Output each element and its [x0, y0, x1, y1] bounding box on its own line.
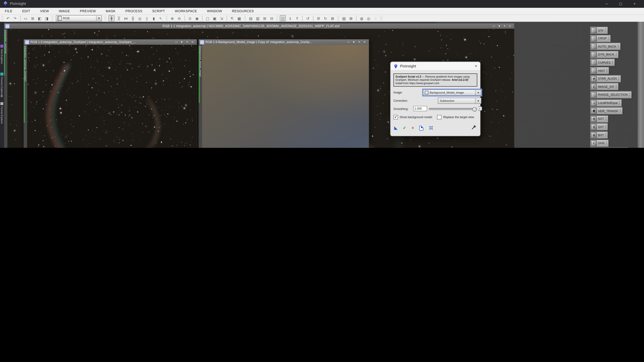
duplicate-window-icon[interactable]: ◨ — [44, 15, 49, 21]
drag-handle[interactable] — [1, 15, 3, 21]
zoom-out-icon[interactable]: ⊖ — [176, 15, 182, 21]
minimize-button[interactable]: ─ — [174, 39, 179, 45]
shade-button[interactable]: ▾ — [496, 23, 502, 29]
sidebar-item-format-explorer[interactable]: Format Explorer — [0, 102, 3, 124]
chevron-down-icon[interactable]: ▼ — [475, 90, 481, 95]
image-window-background-model[interactable]: RGB 1:3 Background_Model_image | Copy of… — [198, 39, 369, 148]
minimize-button[interactable]: ─ — [346, 39, 351, 45]
process-icon-dyn_back[interactable]: DYN_BACKND — [590, 51, 618, 58]
menu-item-mask[interactable]: MASK — [101, 9, 120, 13]
contract-mode-icon[interactable]: ⋈ — [123, 15, 129, 21]
process-icon-hdr_transf[interactable]: ▣HDR_TRANSFND — [590, 107, 622, 115]
expand-mode-icon[interactable]: ╳ — [116, 15, 122, 21]
channel-selector[interactable]: RGB▼ — [56, 15, 102, 21]
process-icon-sxt[interactable]: SSXTND — [590, 123, 608, 131]
delete-preview-icon[interactable]: ⇲ — [219, 15, 224, 21]
window-titlebar[interactable]: RGB 1:1 integration_autocrop | NGC6960_A… — [4, 23, 514, 29]
menu-item-process[interactable]: PROCESS — [120, 9, 147, 13]
graxpert-dialog[interactable]: PixInsight × GraXpert Script v1.5 — Remo… — [390, 61, 481, 136]
preview-mode-icon[interactable]: ▣ — [212, 15, 217, 21]
minimize-button[interactable]: ─ — [491, 23, 496, 29]
starfield-image[interactable] — [27, 45, 196, 148]
window-titlebar[interactable]: RGB 1:3 integration_autocrop_GraXpert | … — [24, 39, 197, 45]
dialog-titlebar[interactable]: PixInsight × — [390, 62, 480, 70]
process-icon-crop[interactable]: CROPND — [590, 35, 611, 42]
drag-handle[interactable] — [244, 15, 246, 21]
sidebar-item-process-explorer[interactable]: Process Explorer — [0, 72, 3, 95]
undo-icon[interactable]: ↶ — [5, 15, 11, 21]
pan-tool-icon[interactable]: ╋ — [108, 15, 115, 21]
close-icon[interactable]: × — [475, 64, 477, 68]
menu-item-window[interactable]: WINDOW — [202, 9, 227, 13]
minimize-button[interactable]: ─ — [600, 0, 614, 8]
readout-preview-icon[interactable]: ▮ — [151, 15, 156, 21]
process-icon-stf[interactable]: STFND — [590, 27, 608, 34]
zoom-button[interactable]: + — [356, 39, 362, 45]
menu-item-resources[interactable]: RESOURCES — [227, 9, 259, 13]
select-tool-icon[interactable]: ↖ — [158, 15, 164, 21]
process-icon-gradientcorrection[interactable]: ◆GradientCorrectionND — [590, 147, 628, 148]
readout-icon[interactable]: ▯ — [144, 15, 150, 21]
shade-button[interactable]: ▾ — [351, 39, 356, 45]
export-doc-icon[interactable]: ⇑ — [294, 15, 300, 21]
screen-check-icon[interactable]: ◎ — [366, 15, 371, 21]
close-button[interactable]: × — [507, 23, 512, 29]
process-icon-hist[interactable]: HISTND — [590, 67, 609, 74]
menu-item-workspace[interactable]: WORKSPACE — [170, 9, 202, 13]
expand-window-icon[interactable]: ⇱ — [230, 15, 235, 21]
chevron-down-icon[interactable]: ▼ — [96, 16, 102, 21]
image-window-graxpert[interactable]: RGB 1:3 integration_autocrop_GraXpert | … — [24, 39, 197, 148]
slider-thumb[interactable] — [472, 107, 477, 111]
new-doc-icon[interactable]: ▤ — [248, 15, 254, 21]
new-instance-icon[interactable]: ◣ — [394, 126, 398, 130]
mask-pattern-icon[interactable]: ▨ — [341, 15, 347, 21]
smoothing-slider[interactable] — [429, 108, 476, 110]
process-icon-range_selection[interactable]: RANGE_SELECTIONND — [590, 91, 632, 98]
preferences-icon[interactable] — [472, 124, 476, 132]
shade-button[interactable]: ▾ — [179, 39, 184, 45]
close-doc-icon[interactable]: ⊠ — [330, 15, 335, 21]
process-icon-ghs[interactable]: ◐GHSND — [590, 139, 609, 147]
menu-item-view[interactable]: VIEW — [35, 9, 54, 13]
smoothing-input[interactable] — [413, 106, 427, 111]
rename-image-icon[interactable]: ▭ — [23, 15, 28, 21]
doc-settings-icon[interactable]: ⚙ — [316, 15, 321, 21]
restore-button[interactable]: ▢ — [614, 0, 628, 8]
move-mode-icon[interactable]: ╬ — [130, 15, 136, 21]
gear-icon[interactable]: ⚙ — [0, 95, 3, 98]
center-mode-icon[interactable]: ◎ — [137, 15, 142, 21]
edit-doc-icon[interactable]: ▥ — [255, 15, 260, 21]
drag-handle[interactable] — [51, 15, 53, 21]
process-icon-localhistequa[interactable]: ◑LocalHistEquaND — [590, 99, 622, 107]
fit-window-icon[interactable]: ▦ — [237, 15, 242, 21]
chevron-down-icon[interactable]: ▼ — [475, 98, 481, 103]
zoom-button[interactable]: + — [184, 39, 190, 45]
menu-item-file[interactable]: FILE — [0, 9, 17, 13]
close-button[interactable]: × — [190, 39, 195, 45]
execute-icon[interactable]: ✓ — [403, 126, 406, 130]
new-image-icon[interactable]: ⊞ — [30, 15, 36, 21]
zoom-1-1-icon[interactable]: ⊙ — [187, 15, 193, 21]
menu-item-edit[interactable]: EDIT — [17, 9, 35, 13]
screen-find-icon[interactable]: ◌ — [373, 15, 378, 21]
menu-item-preview[interactable]: PREVIEW — [75, 9, 101, 13]
close-button[interactable]: × — [628, 0, 642, 8]
add-doc-icon[interactable]: ⊞ — [262, 15, 267, 21]
show-background-checkbox[interactable]: ✓ — [394, 115, 398, 119]
drag-handle[interactable] — [166, 15, 168, 21]
zoom-in-icon[interactable]: ⊕ — [170, 15, 175, 21]
process-icon-image_int[interactable]: ΣIMAGE_INTND — [590, 83, 618, 90]
reset-icon[interactable]: × — [477, 106, 482, 111]
drag-handle[interactable] — [104, 15, 106, 21]
sidebar-item-view-explorer[interactable]: View Explorer — [0, 45, 3, 64]
process-icon-auto_back[interactable]: AUTO_BACKND — [590, 43, 620, 50]
correction-select[interactable]: Subtraction ▼ — [438, 98, 482, 104]
zoom-fit-icon[interactable]: ◉ — [194, 15, 200, 21]
drag-handle[interactable] — [380, 15, 382, 21]
background-model-image[interactable] — [202, 45, 369, 148]
mask-clear-icon[interactable]: ⊠ — [348, 15, 354, 21]
process-icon-bxt[interactable]: BBXTND — [590, 131, 608, 139]
revert-doc-icon[interactable]: ↺ — [305, 15, 310, 21]
cancel-icon[interactable]: × — [412, 126, 414, 130]
redo-icon[interactable]: ↷ — [12, 15, 18, 21]
